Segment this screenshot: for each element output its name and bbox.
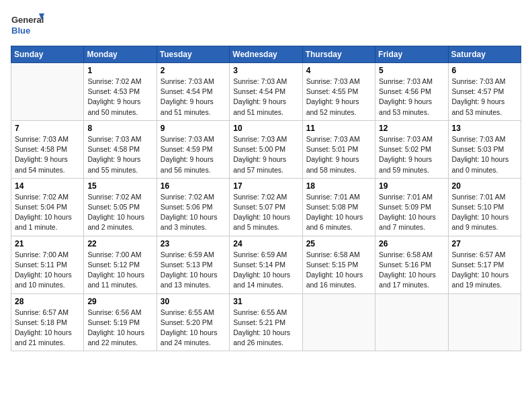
day-number: 14 xyxy=(15,181,80,191)
calendar-cell: 30Sunrise: 6:55 AMSunset: 5:20 PMDayligh… xyxy=(157,293,229,351)
cell-info: Sunrise: 6:57 AMSunset: 5:18 PMDaylight:… xyxy=(15,308,80,349)
calendar-cell: 1Sunrise: 7:02 AMSunset: 4:53 PMDaylight… xyxy=(84,63,157,121)
cell-info: Sunrise: 7:03 AMSunset: 4:55 PMDaylight:… xyxy=(306,77,371,118)
day-number: 31 xyxy=(233,297,298,306)
cell-info: Sunrise: 7:03 AMSunset: 5:03 PMDaylight:… xyxy=(452,134,517,175)
calendar-cell: 31Sunrise: 6:55 AMSunset: 5:21 PMDayligh… xyxy=(230,293,302,351)
cell-info: Sunrise: 6:59 AMSunset: 5:14 PMDaylight:… xyxy=(233,250,298,291)
cell-info: Sunrise: 6:58 AMSunset: 5:16 PMDaylight:… xyxy=(379,250,444,291)
cell-info: Sunrise: 6:59 AMSunset: 5:13 PMDaylight:… xyxy=(161,250,226,291)
cell-info: Sunrise: 7:02 AMSunset: 5:04 PMDaylight:… xyxy=(15,192,80,233)
day-header-sunday: Sunday xyxy=(11,46,84,63)
day-number: 27 xyxy=(452,239,517,248)
calendar-cell: 5Sunrise: 7:03 AMSunset: 4:56 PMDaylight… xyxy=(375,63,448,121)
svg-text:General: General xyxy=(11,15,44,25)
day-number: 22 xyxy=(87,239,152,248)
calendar-cell: 12Sunrise: 7:03 AMSunset: 5:02 PMDayligh… xyxy=(375,120,448,178)
cell-info: Sunrise: 7:03 AMSunset: 5:00 PMDaylight:… xyxy=(233,134,298,175)
day-number: 7 xyxy=(15,124,80,133)
day-header-tuesday: Tuesday xyxy=(157,46,229,63)
cell-info: Sunrise: 7:00 AMSunset: 5:11 PMDaylight:… xyxy=(15,250,80,291)
calendar-cell: 9Sunrise: 7:03 AMSunset: 4:59 PMDaylight… xyxy=(157,120,229,178)
day-number: 6 xyxy=(452,66,517,75)
calendar-cell: 3Sunrise: 7:03 AMSunset: 4:54 PMDaylight… xyxy=(230,63,302,121)
calendar-cell xyxy=(448,293,521,351)
calendar-cell: 17Sunrise: 7:02 AMSunset: 5:07 PMDayligh… xyxy=(230,178,302,236)
day-number: 5 xyxy=(379,66,444,75)
cell-info: Sunrise: 6:56 AMSunset: 5:19 PMDaylight:… xyxy=(87,308,152,349)
cell-info: Sunrise: 7:01 AMSunset: 5:09 PMDaylight:… xyxy=(379,192,444,233)
day-number: 3 xyxy=(233,66,298,75)
cell-info: Sunrise: 7:02 AMSunset: 5:07 PMDaylight:… xyxy=(233,192,298,233)
day-number: 9 xyxy=(161,124,226,133)
calendar-cell: 25Sunrise: 6:58 AMSunset: 5:15 PMDayligh… xyxy=(302,236,375,293)
day-header-friday: Friday xyxy=(375,46,448,63)
day-number: 13 xyxy=(452,124,517,133)
day-number: 11 xyxy=(306,124,371,133)
day-number: 28 xyxy=(15,297,80,306)
day-number: 20 xyxy=(452,181,517,191)
day-number: 10 xyxy=(233,124,298,133)
cell-info: Sunrise: 7:02 AMSunset: 4:53 PMDaylight:… xyxy=(87,77,152,118)
cell-info: Sunrise: 7:01 AMSunset: 5:10 PMDaylight:… xyxy=(452,192,517,233)
calendar-cell: 19Sunrise: 7:01 AMSunset: 5:09 PMDayligh… xyxy=(375,178,448,236)
day-number: 26 xyxy=(379,239,444,248)
cell-info: Sunrise: 7:03 AMSunset: 4:54 PMDaylight:… xyxy=(161,77,226,118)
cell-info: Sunrise: 7:03 AMSunset: 4:54 PMDaylight:… xyxy=(233,77,298,118)
cell-info: Sunrise: 6:58 AMSunset: 5:15 PMDaylight:… xyxy=(306,250,371,291)
calendar-header-row: SundayMondayTuesdayWednesdayThursdayFrid… xyxy=(11,46,521,63)
calendar-cell: 23Sunrise: 6:59 AMSunset: 5:13 PMDayligh… xyxy=(157,236,229,293)
day-header-saturday: Saturday xyxy=(448,46,521,63)
calendar-cell: 7Sunrise: 7:03 AMSunset: 4:58 PMDaylight… xyxy=(11,120,84,178)
day-number: 12 xyxy=(379,124,444,133)
day-number: 2 xyxy=(161,66,226,75)
logo-svg: General Blue xyxy=(11,11,44,38)
day-number: 23 xyxy=(161,239,226,248)
cell-info: Sunrise: 7:01 AMSunset: 5:08 PMDaylight:… xyxy=(306,192,371,233)
day-number: 24 xyxy=(233,239,298,248)
calendar-cell: 14Sunrise: 7:02 AMSunset: 5:04 PMDayligh… xyxy=(11,178,84,236)
calendar-week-2: 7Sunrise: 7:03 AMSunset: 4:58 PMDaylight… xyxy=(11,120,521,178)
day-number: 4 xyxy=(306,66,371,75)
cell-info: Sunrise: 7:03 AMSunset: 5:01 PMDaylight:… xyxy=(306,134,371,175)
cell-info: Sunrise: 6:57 AMSunset: 5:17 PMDaylight:… xyxy=(452,250,517,291)
calendar-cell: 8Sunrise: 7:03 AMSunset: 4:58 PMDaylight… xyxy=(84,120,157,178)
cell-info: Sunrise: 7:03 AMSunset: 4:56 PMDaylight:… xyxy=(379,77,444,118)
calendar-cell: 6Sunrise: 7:03 AMSunset: 4:57 PMDaylight… xyxy=(448,63,521,121)
calendar-cell: 10Sunrise: 7:03 AMSunset: 5:00 PMDayligh… xyxy=(230,120,302,178)
calendar-week-4: 21Sunrise: 7:00 AMSunset: 5:11 PMDayligh… xyxy=(11,236,521,293)
calendar-cell: 16Sunrise: 7:02 AMSunset: 5:06 PMDayligh… xyxy=(157,178,229,236)
calendar-cell xyxy=(375,293,448,351)
calendar-cell: 27Sunrise: 6:57 AMSunset: 5:17 PMDayligh… xyxy=(448,236,521,293)
calendar-cell: 13Sunrise: 7:03 AMSunset: 5:03 PMDayligh… xyxy=(448,120,521,178)
calendar-cell: 21Sunrise: 7:00 AMSunset: 5:11 PMDayligh… xyxy=(11,236,84,293)
day-header-thursday: Thursday xyxy=(302,46,375,63)
cell-info: Sunrise: 7:02 AMSunset: 5:05 PMDaylight:… xyxy=(87,192,152,233)
day-number: 21 xyxy=(15,239,80,248)
day-header-wednesday: Wednesday xyxy=(230,46,302,63)
svg-text:Blue: Blue xyxy=(11,26,30,36)
day-number: 19 xyxy=(379,181,444,191)
calendar-week-1: 1Sunrise: 7:02 AMSunset: 4:53 PMDaylight… xyxy=(11,63,521,121)
day-number: 8 xyxy=(87,124,152,133)
cell-info: Sunrise: 7:03 AMSunset: 4:57 PMDaylight:… xyxy=(452,77,517,118)
cell-info: Sunrise: 7:03 AMSunset: 4:58 PMDaylight:… xyxy=(87,134,152,175)
day-number: 25 xyxy=(306,239,371,248)
calendar-week-5: 28Sunrise: 6:57 AMSunset: 5:18 PMDayligh… xyxy=(11,293,521,351)
calendar-cell: 28Sunrise: 6:57 AMSunset: 5:18 PMDayligh… xyxy=(11,293,84,351)
day-number: 16 xyxy=(161,181,226,191)
calendar-cell: 4Sunrise: 7:03 AMSunset: 4:55 PMDaylight… xyxy=(302,63,375,121)
page-header: General Blue xyxy=(11,11,521,38)
cell-info: Sunrise: 6:55 AMSunset: 5:21 PMDaylight:… xyxy=(233,308,298,349)
calendar-week-3: 14Sunrise: 7:02 AMSunset: 5:04 PMDayligh… xyxy=(11,178,521,236)
cell-info: Sunrise: 7:03 AMSunset: 4:58 PMDaylight:… xyxy=(15,134,80,175)
day-number: 30 xyxy=(161,297,226,306)
calendar-cell: 11Sunrise: 7:03 AMSunset: 5:01 PMDayligh… xyxy=(302,120,375,178)
cell-info: Sunrise: 7:02 AMSunset: 5:06 PMDaylight:… xyxy=(161,192,226,233)
cell-info: Sunrise: 7:00 AMSunset: 5:12 PMDaylight:… xyxy=(87,250,152,291)
cell-info: Sunrise: 7:03 AMSunset: 5:02 PMDaylight:… xyxy=(379,134,444,175)
calendar-cell: 22Sunrise: 7:00 AMSunset: 5:12 PMDayligh… xyxy=(84,236,157,293)
calendar-cell: 29Sunrise: 6:56 AMSunset: 5:19 PMDayligh… xyxy=(84,293,157,351)
day-number: 18 xyxy=(306,181,371,191)
day-number: 15 xyxy=(87,181,152,191)
